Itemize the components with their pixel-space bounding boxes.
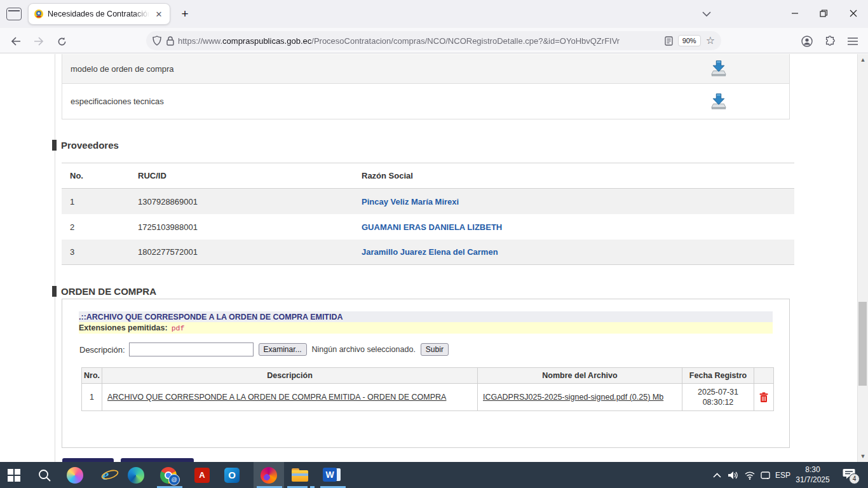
reader-view-icon[interactable] [665, 36, 673, 46]
no-file-text: Ningún archivo seleccionado. [312, 345, 416, 354]
archivo-title-bar: .::ARCHIVO QUE CORRESPONDE A LA ORDEN DE… [79, 311, 773, 322]
extensiones-bar: Extensiones pemitidas: pdf [79, 322, 773, 334]
firefox-view-icon[interactable] [6, 8, 22, 20]
cell-ruc: 1802277572001 [138, 247, 362, 257]
file-description-link[interactable]: ARCHIVO QUE CORRESPONDE A LA ORDEN DE CO… [107, 393, 446, 402]
file-name-link[interactable]: ICGADPRSJ025-2025-signed-signed.pdf (0.2… [483, 393, 663, 402]
content-left-border [55, 54, 55, 462]
extensions-puzzle-icon[interactable] [821, 32, 839, 50]
browser-tab[interactable]: Necesidades de Contratación y ✕ [28, 3, 170, 25]
download-icon[interactable] [709, 58, 728, 79]
reload-button[interactable] [53, 33, 70, 50]
forward-button[interactable] [31, 33, 47, 50]
notification-count-badge: 4 [849, 473, 860, 484]
shield-icon[interactable] [153, 36, 161, 46]
url-bar[interactable]: https://www.compraspublicas.gob.ec/Proce… [146, 31, 721, 50]
bookmark-star-icon[interactable]: ☆ [706, 36, 715, 46]
menu-hamburger-icon[interactable] [844, 32, 862, 50]
extensiones-value: pdf [172, 324, 185, 332]
tab-favicon-ecuador-icon [34, 9, 44, 19]
extensiones-label: Extensiones pemitidas: [79, 323, 168, 332]
url-text: https://www.compraspublicas.gob.ec/Proce… [178, 36, 665, 46]
cell-no: 2 [62, 222, 138, 232]
language-indicator[interactable]: ESP [771, 462, 794, 488]
col-descripcion: Descripción [102, 368, 478, 383]
col-archivo: Nombre del Archivo [478, 368, 682, 383]
edge-icon[interactable] [122, 462, 150, 488]
scrollbar-thumb[interactable] [858, 302, 867, 386]
start-button[interactable] [0, 462, 28, 488]
proveedor-row: 2 1725103988001 GUAMANI ERAS DANIELA LIZ… [62, 214, 794, 240]
col-ruc: RUC/ID [138, 171, 362, 180]
col-actions [754, 368, 773, 383]
file-row: 1 ARCHIVO QUE CORRESPONDE A LA ORDEN DE … [82, 384, 773, 410]
descripcion-input[interactable] [129, 342, 254, 356]
attachment-label: especificaciones tecnicas [62, 97, 164, 106]
cell-fecha: 2025-07-31 08:30:12 [682, 384, 754, 410]
tray-time: 8:30 [793, 464, 832, 475]
internet-explorer-icon[interactable]: e [92, 462, 119, 488]
col-razon: Razón Social [362, 171, 794, 180]
col-nro: Nro. [82, 368, 102, 383]
window-minimize-button[interactable] [785, 5, 804, 22]
cell-ruc: 1307928869001 [138, 197, 362, 207]
orden-box: .::ARCHIVO QUE CORRESPONDE A LA ORDEN DE… [62, 299, 790, 448]
descripcion-label: Descripción: [79, 345, 125, 355]
tab-title: Necesidades de Contratación y [48, 10, 149, 18]
search-icon[interactable] [31, 462, 58, 488]
proveedor-link[interactable]: Pincay Veliz María Mirexi [362, 197, 459, 207]
proveedores-section-header: Proveedores [52, 140, 119, 151]
acrobat-icon[interactable]: A [188, 462, 216, 488]
tab-close-icon[interactable]: ✕ [153, 8, 165, 20]
scrollbar-down-arrow[interactable]: ▼ [859, 452, 867, 460]
scrollbar-up-arrow[interactable]: ▲ [859, 56, 867, 64]
zoom-level-badge[interactable]: 90% [678, 35, 701, 46]
account-icon[interactable] [798, 32, 816, 50]
tray-clock[interactable]: 8:30 31/7/2025 [793, 464, 832, 485]
scrollbar-track[interactable] [857, 54, 868, 462]
upload-form-row: Descripción: Examinar... Ningún archivo … [79, 342, 449, 356]
new-tab-button[interactable]: + [178, 8, 192, 22]
subir-button[interactable]: Subir [421, 343, 449, 356]
notification-center-icon[interactable]: 4 [836, 462, 862, 488]
window-close-button[interactable] [844, 5, 863, 22]
proveedor-row: 3 1802277572001 Jaramillo Juarez Elena d… [62, 240, 794, 265]
proveedor-link[interactable]: Jaramillo Juarez Elena del Carmen [362, 247, 498, 257]
word-icon[interactable]: W [318, 462, 346, 488]
lock-icon[interactable] [166, 36, 174, 46]
proveedor-row: 1 1307928869001 Pincay Veliz María Mirex… [62, 189, 794, 214]
page-content: modelo de orden de compra especificacion… [0, 54, 857, 462]
attachment-label: modelo de orden de compra [62, 64, 174, 74]
file-explorer-icon[interactable] [286, 462, 314, 488]
examinar-button[interactable]: Examinar... [259, 343, 307, 356]
copilot-icon[interactable] [61, 462, 89, 488]
file-table-header: Nro. Descripción Nombre del Archivo Fech… [82, 368, 773, 384]
delete-trash-icon[interactable] [759, 392, 768, 403]
cell-nro: 1 [82, 384, 102, 410]
orden-heading: ORDEN DE COMPRA [61, 286, 156, 297]
proveedores-heading: Proveedores [61, 140, 119, 151]
attachments-table: modelo de orden de compra especificacion… [62, 54, 790, 119]
firefox-icon[interactable] [255, 462, 283, 488]
window-restore-button[interactable] [814, 5, 833, 22]
proveedores-header-row: No. RUC/ID Razón Social [62, 163, 794, 189]
section-bar [52, 286, 57, 297]
outlook-icon[interactable]: O [218, 462, 246, 488]
attachment-row: modelo de orden de compra [62, 54, 789, 84]
screen: Necesidades de Contratación y ✕ + https:… [0, 0, 868, 488]
orden-section-header: ORDEN DE COMPRA [52, 286, 156, 297]
download-icon[interactable] [709, 92, 728, 112]
proveedor-link[interactable]: GUAMANI ERAS DANIELA LIZBETH [362, 222, 502, 232]
attachment-row: especificaciones tecnicas [62, 84, 789, 119]
col-fecha: Fecha Registro [682, 368, 754, 383]
back-button[interactable] [8, 33, 24, 50]
section-bar [52, 140, 57, 151]
chrome-profile-badge: @ [168, 474, 180, 485]
cell-no: 1 [62, 197, 138, 207]
cell-ruc: 1725103988001 [138, 222, 362, 232]
list-tabs-chevron-icon[interactable] [699, 8, 714, 20]
file-table: Nro. Descripción Nombre del Archivo Fech… [81, 367, 774, 411]
chrome-icon[interactable]: @ [154, 462, 182, 488]
tray-date: 31/7/2025 [793, 475, 832, 485]
cell-no: 3 [62, 247, 138, 257]
